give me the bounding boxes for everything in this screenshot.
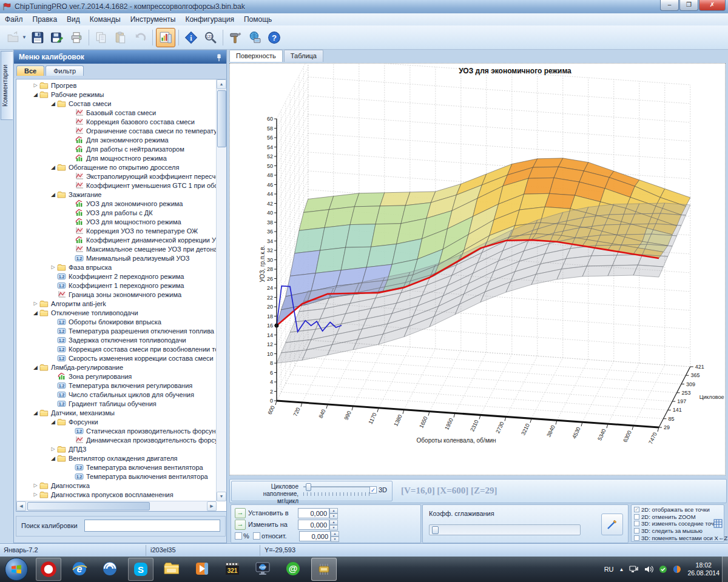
antivirus-icon[interactable]	[659, 565, 667, 574]
change-value-spinner[interactable]: 0,000 ▲▼	[298, 520, 338, 530]
scroll-left-arrow[interactable]: ◀	[16, 501, 26, 511]
surface-chart[interactable]: 0246810121416182022242628303234363840424…	[229, 63, 726, 475]
tree-item[interactable]: УОЗ для работы с ДК	[16, 208, 217, 217]
tree-item[interactable]: ◢Зажигание	[16, 190, 217, 199]
tree-item[interactable]: 1.2Градиент таблицы обучения	[16, 399, 217, 408]
tree-vertical-scrollbar[interactable]: ▲ ▼	[216, 79, 226, 501]
tree-item[interactable]: УОЗ для экономичного режима	[16, 199, 217, 208]
menu-0[interactable]: Файл	[0, 14, 28, 25]
taskbar-file-explorer[interactable]	[160, 558, 184, 580]
tree-item[interactable]: 1.2Задержка отключения топливоподачи	[16, 335, 217, 344]
tree-item[interactable]: ◢Обогащение по открытию дросселя	[16, 162, 217, 172]
tray-app-icon[interactable]	[673, 565, 681, 574]
tree-item[interactable]: 1.2Статическая производительность форсун…	[16, 426, 217, 435]
taskbar-chiptuning-pro[interactable]	[311, 558, 337, 581]
comments-tab[interactable]: Комментарии	[1, 51, 13, 120]
saveas-button[interactable]	[48, 28, 66, 47]
collapse-icon[interactable]: ◢	[32, 310, 39, 316]
tree-item[interactable]: Граница зоны экономичного режима	[16, 290, 217, 299]
tree-item[interactable]: УОЗ для мощностного режима	[16, 217, 217, 226]
expand-icon[interactable]: ▷	[32, 82, 39, 88]
tree-item[interactable]: Для экономичного режима	[16, 135, 217, 144]
tree-item[interactable]: 1.2Температура включения регулирования	[16, 381, 217, 390]
taskbar-mailru-agent[interactable]: @	[281, 558, 305, 580]
view-tab-Таблица[interactable]: Таблица	[284, 50, 323, 62]
collapse-icon[interactable]: ◢	[32, 410, 39, 416]
tree-item[interactable]: 1.2Коэффициент 2 переходного режима	[16, 272, 217, 281]
collapse-icon[interactable]: ◢	[50, 192, 56, 198]
smoothing-slider[interactable]	[429, 524, 581, 535]
change-value-button[interactable]: →	[235, 520, 246, 530]
menu-6[interactable]: Помощь	[239, 14, 277, 25]
taskbar-media-player[interactable]	[190, 558, 214, 580]
relative-spinner[interactable]: 0,000 ▲▼	[299, 531, 339, 541]
info-button[interactable]: i	[182, 28, 200, 47]
tree-item[interactable]: ◢Форсунки	[16, 417, 217, 426]
menu-3[interactable]: Команды	[85, 14, 126, 25]
find-button[interactable]: 123	[201, 28, 220, 47]
expand-icon[interactable]: ▷	[32, 301, 39, 306]
taskbar-opera[interactable]	[36, 558, 61, 581]
tree-item[interactable]: Для мощностного режима	[16, 153, 217, 162]
tree-item[interactable]: Коэффициент уменьшения GTC 1 при обогаще…	[16, 181, 217, 190]
tree-item[interactable]: 1.2Температура разрешения отключения топ…	[16, 326, 217, 335]
tree-item[interactable]: ◢Рабочие режимы	[16, 90, 217, 99]
clock[interactable]: 18:02 26.08.2014	[687, 561, 720, 577]
expand-icon[interactable]: ▷	[32, 492, 39, 497]
tree-item[interactable]: Коэффициент динамической коррекции УОЗ	[16, 235, 217, 244]
start-button[interactable]	[5, 558, 28, 581]
taskbar-browser-swirl[interactable]	[98, 558, 122, 580]
surface-view-button[interactable]	[156, 28, 175, 47]
tree-horizontal-scrollbar[interactable]: ◀ ▶	[16, 501, 217, 511]
tree-item[interactable]: Зона регулирования	[16, 372, 217, 381]
tree-item[interactable]: ◢Лямбда-регулирование	[16, 363, 217, 372]
option-checkbox[interactable]	[634, 521, 639, 526]
tree-item[interactable]: ▷Прогрев	[16, 81, 217, 90]
close-button[interactable]: ✗	[699, 0, 726, 11]
sidebar-tab-Фильтр[interactable]: Фильтр	[46, 65, 84, 76]
tree-item[interactable]: Для работы с нейтрализатором	[16, 144, 217, 153]
network-button[interactable]	[246, 28, 264, 47]
tree-item[interactable]: Базовый состав смеси	[16, 108, 217, 117]
collapse-icon[interactable]: ◢	[50, 455, 56, 461]
tree-item[interactable]: 1.2Скорость изменения коррекции состава …	[16, 353, 217, 363]
print-button[interactable]	[67, 28, 86, 47]
hscroll-thumb[interactable]	[27, 502, 150, 510]
load-slider-thumb[interactable]	[306, 483, 311, 491]
tree-item[interactable]: ◢Отключение топливоподачи	[16, 308, 217, 317]
show-desktop-button[interactable]	[722, 557, 728, 582]
taskbar-player-321[interactable]: 321	[220, 558, 244, 580]
tree-item[interactable]: Коррекция базового состава смеси	[16, 117, 217, 126]
option-checkbox[interactable]	[634, 535, 639, 541]
tree-item[interactable]: ◢Датчики, механизмы	[16, 408, 217, 417]
option-checkbox[interactable]	[634, 528, 639, 534]
tray-expand-icon[interactable]: ▲	[619, 567, 624, 572]
tree-item[interactable]: Экстраполирующий коэффициент пересчета G	[16, 172, 217, 181]
scroll-right-arrow[interactable]: ▶	[207, 501, 217, 511]
undo-button[interactable]	[131, 28, 149, 47]
open-dropdown-caret[interactable]: ▼	[22, 35, 27, 40]
tree-item[interactable]: 1.2Температура выключения вентилятора	[16, 472, 217, 481]
smoothing-slider-thumb[interactable]	[432, 526, 439, 534]
tree-item[interactable]: Максимальное смещение УОЗ при детонации	[16, 244, 217, 253]
tree-item[interactable]: ▷Диагностика	[16, 481, 217, 490]
scroll-down-arrow[interactable]: ▼	[217, 492, 226, 501]
tree-item[interactable]: 1.2Коэффициент 1 переходного режима	[16, 281, 217, 290]
collapse-icon[interactable]: ◢	[50, 419, 56, 425]
taskbar-internet-explorer[interactable]: e	[67, 558, 92, 580]
tree-item[interactable]: ◢Состав смеси	[16, 99, 217, 108]
tree-item[interactable]: 1.2Температура включения вентилятора	[16, 463, 217, 472]
tree-item[interactable]: ▷Фаза впрыска	[16, 263, 217, 272]
vscroll-thumb[interactable]	[217, 90, 226, 147]
taskbar-kmplayer[interactable]: KMP	[251, 558, 275, 580]
view-tab-Поверхность[interactable]: Поверхность	[229, 50, 283, 62]
collapse-icon[interactable]: ◢	[32, 364, 39, 370]
tree-item[interactable]: Ограничение состава смеси по температуре	[16, 126, 217, 135]
search-input[interactable]	[84, 520, 220, 532]
load-slider[interactable]	[303, 484, 370, 489]
percent-checkbox[interactable]	[235, 532, 242, 540]
tree-item[interactable]: Динамическая производительность форсунки	[16, 435, 217, 444]
pin-icon[interactable]	[215, 53, 223, 66]
sidebar-tab-Все[interactable]: Все	[16, 65, 44, 76]
open-button[interactable]	[4, 28, 22, 47]
